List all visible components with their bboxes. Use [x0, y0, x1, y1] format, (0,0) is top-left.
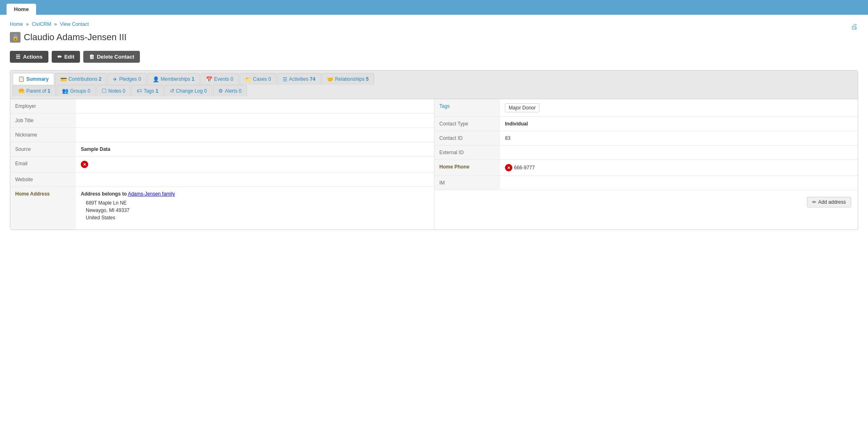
tab-alerts[interactable]: ⚙ Alerts 0: [213, 85, 247, 96]
tab-tags[interactable]: 🏷 Tags 1: [131, 85, 163, 96]
edit-label: Edit: [64, 54, 75, 60]
tab-parent-of-label: Parent of 1: [26, 88, 50, 94]
right-column: Tags Major Donor Contact Type Individual…: [434, 99, 858, 230]
nickname-value: [76, 128, 434, 142]
major-donor-tag: Major Donor: [505, 103, 539, 112]
source-label: Source: [10, 142, 76, 156]
im-row: IM: [434, 176, 858, 190]
tab-summary[interactable]: 📋 Summary: [13, 73, 54, 85]
email-label: Email: [10, 157, 76, 172]
tab-activities-label: Activities 74: [289, 76, 315, 82]
actions-button[interactable]: ☰ Actions: [10, 51, 48, 63]
activities-icon: ☰: [283, 76, 288, 82]
tab-contributions[interactable]: 💳 Contributions 2: [55, 73, 107, 85]
pencil-icon: ✏: [57, 54, 62, 60]
address-line-1: 689T Maple Ln NE: [86, 200, 424, 206]
external-id-label: External ID: [434, 146, 500, 159]
phone-number: 666-9777: [514, 165, 535, 171]
im-value: [500, 176, 858, 190]
employer-value: [76, 99, 434, 113]
delete-label: Delete Contact: [97, 54, 134, 60]
edit-button[interactable]: ✏ Edit: [52, 51, 80, 63]
tab-memberships-label: Memberships 1: [161, 76, 194, 82]
pledges-icon: ✈: [113, 76, 117, 82]
tab-change-log-label: Change Log 0: [176, 88, 207, 94]
summary-icon: 📋: [18, 76, 25, 82]
home-tab[interactable]: Home: [7, 4, 36, 15]
contact-type-label: Contact Type: [434, 117, 500, 131]
contact-type-icon: 🔒: [10, 32, 21, 43]
home-phone-value: ✕ 666-9777: [500, 160, 858, 175]
add-address-button[interactable]: ✏ Add address: [807, 197, 851, 207]
tab-activities[interactable]: ☰ Activities 74: [277, 73, 321, 85]
tags-icon: 🏷: [137, 88, 142, 94]
summary-grid: Employer Job Title Nickname Source Sampl…: [10, 99, 858, 230]
external-id-row: External ID: [434, 146, 858, 160]
tab-pledges-label: Pledges 0: [119, 76, 141, 82]
breadcrumb-home[interactable]: Home: [10, 21, 23, 27]
tab-content-area: Employer Job Title Nickname Source Sampl…: [10, 99, 858, 230]
tags-label: Tags: [434, 99, 500, 116]
employer-label: Employer: [10, 99, 76, 113]
page-content: Home » CiviCRM » View Contact 🖨 🔒 Claudi…: [0, 15, 868, 237]
pencil-small-icon: ✏: [812, 199, 816, 205]
breadcrumb-view-contact[interactable]: View Contact: [60, 21, 89, 27]
add-address-container: ✏ Add address: [434, 190, 858, 197]
nickname-label: Nickname: [10, 128, 76, 142]
tab-groups[interactable]: 👥 Groups 0: [57, 85, 96, 96]
employer-row: Employer: [10, 99, 434, 114]
contributions-icon: 💳: [60, 76, 67, 82]
tabs-row-2: 🤲 Parent of 1 👥 Groups 0 ☐ Notes 0 🏷 Tag…: [10, 85, 858, 99]
home-phone-row: Home Phone ✕ 666-9777: [434, 160, 858, 176]
cases-icon: 📁: [245, 76, 251, 82]
trash-icon: 🗑: [89, 54, 94, 60]
tab-alerts-label: Alerts 0: [225, 88, 242, 94]
action-buttons-row: ☰ Actions ✏ Edit 🗑 Delete Contact: [10, 51, 858, 63]
tab-events-label: Events 0: [214, 76, 233, 82]
tab-relationships-label: Relationships 5: [335, 76, 369, 82]
relationships-icon: 🤝: [327, 76, 333, 82]
job-title-label: Job Title: [10, 114, 76, 127]
nickname-row: Nickname: [10, 128, 434, 142]
print-icon[interactable]: 🖨: [851, 23, 858, 31]
contact-type-row: Contact Type Individual: [434, 117, 858, 131]
tab-parent-of[interactable]: 🤲 Parent of 1: [13, 85, 56, 96]
email-row: Email ✕: [10, 157, 434, 173]
tab-change-log[interactable]: ↺ Change Log 0: [164, 85, 212, 96]
address-line-3: United States: [86, 215, 424, 221]
page-title-row: 🔒 Claudio Adams-Jensen III: [10, 32, 858, 43]
tab-cases[interactable]: 📁 Cases 0: [240, 73, 276, 85]
tab-events[interactable]: 📅 Events 0: [201, 73, 239, 85]
notes-icon: ☐: [102, 88, 107, 94]
job-title-row: Job Title: [10, 114, 434, 128]
menu-icon: ☰: [16, 54, 21, 60]
family-link[interactable]: Adams-Jensen family: [128, 191, 175, 197]
address-line-2: Newaygo, MI 49337: [86, 207, 424, 213]
contact-id-value: 83: [500, 131, 858, 145]
breadcrumb-civicrm[interactable]: CiviCRM: [32, 21, 51, 27]
home-address-label: Home Address: [10, 187, 76, 230]
add-address-label: Add address: [818, 199, 846, 205]
contact-type-value: Individual: [500, 117, 858, 131]
tab-summary-label: Summary: [26, 76, 49, 82]
tabs-row-1: 📋 Summary 💳 Contributions 2 ✈ Pledges 0 …: [10, 71, 858, 85]
tab-contributions-label: Contributions 2: [69, 76, 102, 82]
email-value: ✕: [76, 157, 434, 172]
tab-pledges[interactable]: ✈ Pledges 0: [107, 73, 146, 85]
breadcrumb: Home » CiviCRM » View Contact: [10, 21, 89, 27]
contact-id-row: Contact ID 83: [434, 131, 858, 146]
memberships-icon: 👤: [153, 76, 159, 82]
parent-of-icon: 🤲: [18, 88, 25, 94]
actions-label: Actions: [23, 54, 43, 60]
job-title-value: [76, 114, 434, 127]
left-column: Employer Job Title Nickname Source Sampl…: [10, 99, 434, 230]
im-label: IM: [434, 176, 500, 190]
home-address-value: Address belongs to Adams-Jensen family 6…: [76, 187, 434, 230]
groups-icon: 👥: [62, 88, 69, 94]
tab-memberships[interactable]: 👤 Memberships 1: [147, 73, 200, 85]
delete-contact-button[interactable]: 🗑 Delete Contact: [83, 51, 140, 63]
tab-relationships[interactable]: 🤝 Relationships 5: [322, 73, 374, 85]
top-nav-bar: Home: [0, 0, 868, 15]
tab-notes[interactable]: ☐ Notes 0: [96, 85, 130, 96]
email-dnc-icon: ✕: [81, 161, 88, 168]
